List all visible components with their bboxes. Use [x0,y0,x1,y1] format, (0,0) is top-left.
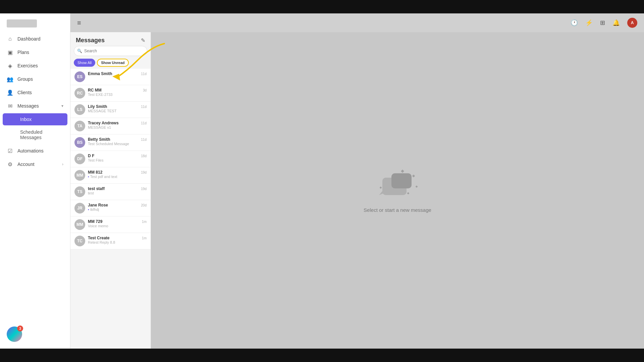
message-info: Tracey Andrews MESSAGE v1 [88,121,138,129]
avatar: RC [74,88,85,99]
sidebar: ⌂ Dashboard ▣ Plans ◈ Exercises 👥 Groups… [0,13,70,349]
sidebar-item-account[interactable]: ⚙ Account › [0,158,70,171]
message-name: D F [88,154,138,158]
sidebar-label-account: Account [17,162,35,167]
sidebar-label-groups: Groups [17,76,33,82]
avatar: LS [74,104,85,115]
message-info: RC MM Test EXE-2733 [88,88,140,97]
message-preview: • Test pdf and text [88,175,138,179]
groups-icon: 👥 [7,76,13,82]
list-item[interactable]: MM MM 729 Voice memo 1m [70,217,151,233]
avatar: MM [74,170,85,181]
svg-rect-1 [412,174,415,177]
avatar: TS [74,186,85,197]
messages-expand-icon: ▾ [61,104,63,108]
message-time: 19d [141,171,147,174]
user-avatar[interactable]: A [627,18,637,28]
list-item[interactable]: TC Test Create Retest Reply 8.8 1m [70,233,151,249]
avatar: TC [74,236,85,246]
list-item[interactable]: DF D F Test Files 18d [70,151,151,167]
list-item[interactable]: TS test staff test 19d [70,184,151,200]
message-time: 20d [141,203,147,207]
grid-icon[interactable]: ⊞ [600,19,605,26]
dashboard-icon: ⌂ [7,36,13,42]
empty-state-text: Select or start a new message [364,207,431,213]
message-time: 11d [141,138,147,141]
plans-icon: ▣ [7,49,13,56]
messages-panel: Messages ✎ 🔍 Show All Show Unread [70,32,151,349]
header-actions: 🕐 ⚡ ⊞ 🔔 A [571,18,637,28]
sidebar-item-clients[interactable]: 👤 Clients [0,86,70,99]
message-preview: test [88,191,138,195]
message-info: MM 729 Voice memo [88,219,139,228]
message-preview: Voice memo [88,224,139,228]
list-item[interactable]: BS Betty Smith Test Scheduled Message 11… [70,134,151,151]
sidebar-item-exercises[interactable]: ◈ Exercises [0,59,70,72]
svg-rect-3 [407,192,409,194]
lightning-icon[interactable]: ⚡ [585,19,593,26]
messages-header: Messages ✎ [70,32,151,46]
messages-subnav: Inbox Scheduled Messages [0,113,70,143]
list-item[interactable]: MM MM 812 • Test pdf and text 19d [70,167,151,184]
message-time: 18d [141,154,147,158]
search-input[interactable] [74,46,147,56]
message-time: 1m [142,236,147,240]
avatar: JR [74,203,85,214]
sidebar-label-clients: Clients [17,90,32,95]
bell-icon[interactable]: 🔔 [612,19,620,26]
sidebar-item-messages[interactable]: ✉ Messages ▾ [0,99,70,113]
sidebar-item-plans[interactable]: ▣ Plans [0,46,70,59]
show-unread-filter-button[interactable]: Show Unread [97,59,128,67]
chat-bubbles-svg [377,168,421,202]
message-preview: MESSAGE v1 [88,125,138,129]
message-preview: Test Scheduled Message [88,142,138,146]
avatar: DF [74,154,85,164]
message-name: Emma Smith [88,71,138,76]
svg-rect-0 [401,169,404,173]
message-name: test staff [88,186,138,191]
history-icon[interactable]: 🕐 [571,19,578,26]
search-icon: 🔍 [77,49,82,53]
message-name: RC MM [88,88,140,93]
message-time: 11d [141,121,147,125]
list-item[interactable]: TA Tracey Andrews MESSAGE v1 11d [70,118,151,134]
sidebar-item-groups[interactable]: 👥 Groups [0,72,70,86]
compose-button[interactable]: ✎ [141,37,145,44]
message-time: 11d [141,72,147,76]
list-item[interactable]: RC RC MM Test EXE-2733 3d [70,85,151,102]
show-all-filter-button[interactable]: Show All [74,59,95,67]
messages-title: Messages [76,37,105,44]
exercises-icon: ◈ [7,62,13,69]
message-info: Betty Smith Test Scheduled Message [88,137,138,146]
svg-rect-2 [415,185,418,188]
automations-icon: ☑ [7,147,13,154]
sidebar-item-scheduled-messages[interactable]: Scheduled Messages [3,126,67,143]
logo [7,19,37,27]
filter-row: Show All Show Unread [70,58,151,69]
main-content: Select or start a new message [151,32,644,349]
list-item[interactable]: JR Jane Rose • tkfhdj 20d [70,200,151,217]
message-info: Test Create Retest Reply 8.8 [88,236,139,244]
bottom-app-button[interactable]: 3 [7,326,22,342]
empty-state-illustration [377,168,418,202]
sidebar-item-inbox[interactable]: Inbox [3,113,67,125]
message-info: test staff test [88,186,138,195]
hamburger-button[interactable]: ≡ [77,19,81,27]
sidebar-item-automations[interactable]: ☑ Automations [0,144,70,158]
sidebar-item-dashboard[interactable]: ⌂ Dashboard [0,32,70,46]
message-preview: MESSAGE TEST [88,109,138,113]
message-list: ES Emma Smith 11d RC RC MM Test EXE-2733 [70,69,151,349]
list-item[interactable]: LS Lily Smith MESSAGE TEST 11d [70,102,151,118]
list-item[interactable]: ES Emma Smith 11d [70,69,151,85]
search-area: 🔍 [74,46,147,56]
sidebar-label-messages: Messages [17,103,39,109]
message-name: Betty Smith [88,137,138,142]
message-info: MM 812 • Test pdf and text [88,170,138,179]
logo-area [0,13,70,31]
avatar: BS [74,137,85,148]
message-info: Emma Smith [88,71,138,76]
message-time: 3d [143,88,147,92]
message-info: D F Test Files [88,154,138,162]
app-header: ≡ 🕐 ⚡ ⊞ 🔔 A [70,13,644,32]
sidebar-label-exercises: Exercises [17,63,38,68]
